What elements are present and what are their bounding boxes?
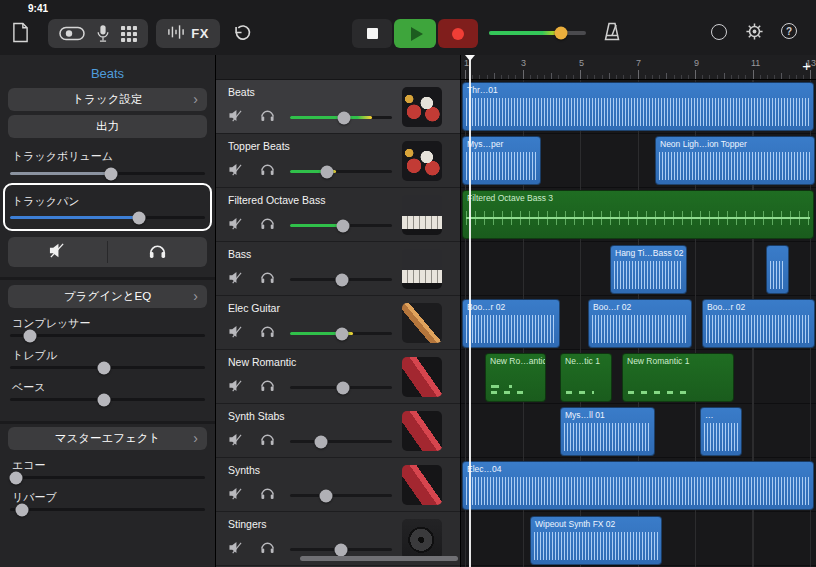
slider-knob[interactable] (336, 273, 349, 286)
output-button[interactable]: 出力 (8, 115, 207, 138)
track-volume-slider[interactable] (290, 278, 392, 281)
track-volume-slider[interactable] (10, 172, 205, 175)
play-button[interactable] (394, 19, 436, 48)
midi-region[interactable]: Ne…tic 1 (560, 353, 612, 402)
audio-region[interactable]: Neon Ligh…ion Topper (655, 136, 815, 185)
audio-region[interactable]: … (700, 407, 742, 456)
headphones-button[interactable] (108, 237, 207, 267)
track-volume-slider[interactable] (290, 548, 392, 551)
treble-slider[interactable] (10, 366, 205, 369)
audio-region[interactable]: Hang Ti…Bass 02 (610, 245, 687, 294)
slider-knob[interactable] (314, 435, 327, 448)
slider-knob[interactable] (23, 329, 36, 342)
drums-icon[interactable] (402, 141, 442, 181)
mute-icon[interactable] (228, 324, 243, 342)
midi-region[interactable]: New Romantic 1 (622, 353, 734, 402)
track-volume-slider[interactable] (290, 116, 392, 119)
audio-region[interactable]: Boo…r 02 (702, 299, 815, 348)
mic-button[interactable] (96, 23, 110, 44)
turntable-icon[interactable] (402, 519, 442, 559)
headphones-icon[interactable] (260, 108, 275, 126)
track-pan-slider[interactable] (10, 216, 205, 219)
headphones-icon[interactable] (260, 432, 275, 450)
track-row[interactable]: Filtered Octave Bass (216, 188, 460, 242)
headphones-icon[interactable] (260, 162, 275, 180)
playhead[interactable] (469, 55, 471, 567)
track-controls-button[interactable] (59, 26, 85, 41)
track-volume-slider[interactable] (290, 440, 392, 443)
slider-knob[interactable] (9, 471, 22, 484)
midi-region[interactable]: New Ro…antic 1 (485, 353, 546, 402)
guitar-icon[interactable] (402, 303, 442, 343)
headphones-icon[interactable] (260, 378, 275, 396)
slider-knob[interactable] (336, 327, 349, 340)
mute-icon[interactable] (228, 540, 243, 558)
synth-icon[interactable] (402, 357, 442, 397)
record-button[interactable] (438, 19, 478, 48)
add-bars-button[interactable]: + (802, 57, 811, 74)
master-volume-slider[interactable] (489, 31, 586, 35)
headphones-icon[interactable] (260, 270, 275, 288)
track-row[interactable]: Beats (216, 80, 460, 134)
mute-icon[interactable] (228, 378, 243, 396)
mute-icon[interactable] (228, 108, 243, 126)
track-settings-button[interactable]: トラック設定 › (8, 88, 207, 111)
track-row[interactable]: Elec Guitar (216, 296, 460, 350)
slider-knob[interactable] (97, 361, 110, 374)
settings-button[interactable] (745, 22, 764, 41)
mute-icon[interactable] (228, 432, 243, 450)
slider-knob[interactable] (15, 503, 28, 516)
mute-icon[interactable] (228, 486, 243, 504)
slider-knob[interactable] (320, 165, 333, 178)
echo-slider[interactable] (10, 476, 205, 479)
track-volume-slider[interactable] (290, 494, 392, 497)
headphones-icon[interactable] (260, 216, 275, 234)
track-volume-slider[interactable] (290, 224, 392, 227)
audio-region[interactable]: Boo…r 02 (462, 299, 560, 348)
slider-knob[interactable] (132, 211, 145, 224)
audio-region[interactable]: Elec…04 (462, 461, 814, 510)
audio-region[interactable]: Mys…ll 01 (560, 407, 655, 456)
plugins-eq-button[interactable]: プラグインとEQ › (8, 285, 207, 308)
help-button[interactable]: ? (781, 23, 797, 39)
headphones-icon[interactable] (260, 324, 275, 342)
slider-knob[interactable] (105, 167, 118, 180)
metronome-button[interactable] (601, 21, 623, 43)
track-row[interactable]: New Romantic (216, 350, 460, 404)
mute-icon[interactable] (228, 216, 243, 234)
fx-button[interactable]: FX (156, 19, 220, 48)
mute-button[interactable] (8, 237, 107, 267)
audio-region[interactable]: Mys…per (462, 136, 541, 185)
track-volume-slider[interactable] (290, 170, 392, 173)
headphones-icon[interactable] (260, 486, 275, 504)
track-row[interactable]: Synth Stabs (216, 404, 460, 458)
track-row[interactable]: Synths (216, 458, 460, 512)
slider-knob[interactable] (319, 489, 332, 502)
stop-button[interactable] (352, 19, 392, 48)
mute-icon[interactable] (228, 270, 243, 288)
track-row[interactable]: Bass (216, 242, 460, 296)
keyboard-icon[interactable] (402, 249, 442, 289)
slider-knob[interactable] (554, 27, 567, 40)
drums-icon[interactable] (402, 87, 442, 127)
midi-region[interactable]: Filtered Octave Bass 3 (462, 190, 814, 239)
bar-ruler[interactable]: 1 3 5 7 9 11 13 + (461, 55, 816, 80)
master-effects-button[interactable]: マスターエフェクト › (8, 427, 207, 450)
compressor-slider[interactable] (10, 334, 205, 337)
track-row[interactable]: Topper Beats (216, 134, 460, 188)
slider-knob[interactable] (338, 111, 351, 124)
synth-icon[interactable] (402, 465, 442, 505)
audio-region[interactable]: Wipeout Synth FX 02 (530, 516, 662, 565)
undo-button[interactable] (232, 23, 252, 43)
mute-icon[interactable] (228, 162, 243, 180)
slider-knob[interactable] (335, 543, 348, 556)
track-volume-slider[interactable] (290, 332, 392, 335)
headphones-icon[interactable] (260, 540, 275, 558)
audio-region[interactable]: Boo…r 02 (588, 299, 692, 348)
slider-knob[interactable] (337, 219, 350, 232)
documents-button[interactable] (12, 22, 29, 43)
reverb-slider[interactable] (10, 508, 205, 511)
live-loops-grid-button[interactable] (121, 26, 137, 42)
slider-knob[interactable] (97, 393, 110, 406)
loop-browser-button[interactable] (711, 24, 727, 40)
